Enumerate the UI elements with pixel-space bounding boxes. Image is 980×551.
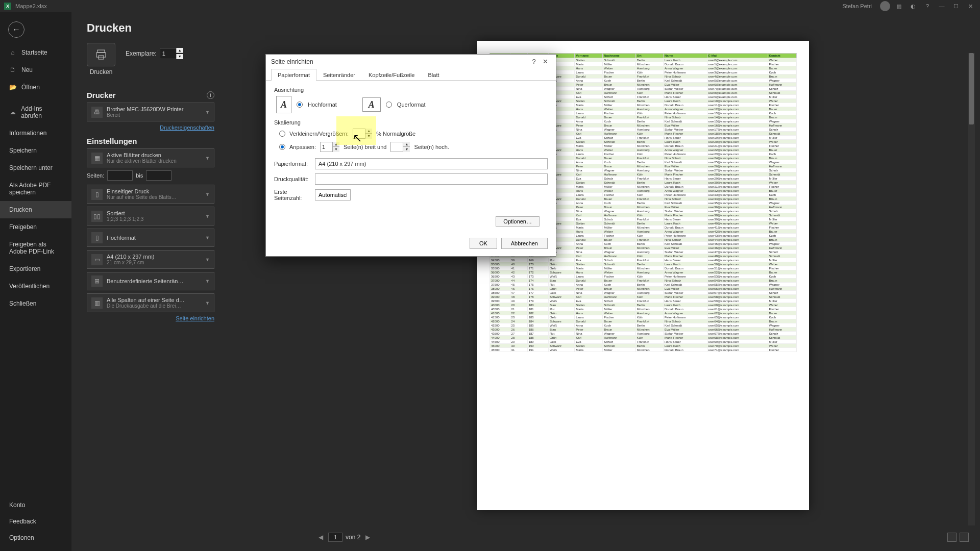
sidebar-item-startseite[interactable]: ⌂Startseite bbox=[0, 44, 71, 61]
combo-line1: Einseitiger Druck bbox=[107, 188, 201, 194]
sidebar-footer-optionen[interactable]: Optionen bbox=[0, 530, 71, 546]
dialog-tab-3[interactable]: Blatt bbox=[421, 69, 446, 81]
printer-properties-link[interactable]: Druckereigenschaften bbox=[87, 124, 214, 131]
sidebar-footer-feedback[interactable]: Feedback bbox=[0, 513, 71, 530]
table-row: 4250025185WeißAnnaKochBerlinKarl Schmidt… bbox=[490, 323, 797, 328]
combo-icon: ▦ bbox=[91, 153, 103, 164]
fit-tall-up[interactable]: ▲ bbox=[403, 142, 410, 147]
nav-label: Öffnen bbox=[21, 84, 40, 91]
coming-soon-icon[interactable]: ◐ bbox=[908, 3, 919, 10]
help-icon[interactable]: ? bbox=[922, 3, 933, 9]
table-row: 4100022182GrünHansWeberHamburgAnna Wagne… bbox=[490, 311, 797, 315]
combo-icon: ▥ bbox=[91, 297, 103, 309]
settings-combo-6[interactable]: ▥Alle Spalten auf einer Seite d…Die Druc… bbox=[87, 293, 214, 312]
print-button[interactable] bbox=[87, 43, 115, 66]
firstpage-label: Erste Seitenzahl: bbox=[274, 189, 311, 201]
landscape-radio[interactable] bbox=[386, 102, 392, 108]
combo-line2: Die Druckausgabe auf die Brei… bbox=[107, 303, 201, 309]
preview-tools bbox=[947, 533, 969, 542]
paper-select[interactable]: A4 (210 x 297 mm) bbox=[315, 158, 548, 169]
print-button-box: Drucken bbox=[87, 43, 115, 76]
back-button[interactable]: ← bbox=[8, 21, 24, 38]
page-setup-link[interactable]: Seite einrichten bbox=[87, 315, 214, 321]
nav-label: Als Adobe PDF speichern bbox=[9, 182, 62, 196]
nav-list: ⌂Startseite🗋Neu📂Öffnen☁Add-Ins abrufenIn… bbox=[0, 44, 71, 497]
page-current-input[interactable] bbox=[328, 533, 342, 542]
scale-fit-radio[interactable] bbox=[279, 144, 285, 150]
table-header: Name bbox=[664, 54, 707, 58]
preview-nav: ◀ von 2 ▶ bbox=[316, 533, 372, 542]
chevron-down-icon: ▼ bbox=[205, 279, 210, 284]
preview-scrollbar[interactable] bbox=[968, 53, 975, 525]
dialog-titlebar: Seite einrichten ? ✕ bbox=[266, 55, 556, 68]
sidebar-item-informationen[interactable]: Informationen bbox=[0, 124, 71, 142]
settings-combo-3[interactable]: ▯Hochformat▼ bbox=[87, 229, 214, 247]
settings-combo-5[interactable]: ⊞Benutzerdefinierte Seitenrän…▼ bbox=[87, 272, 214, 290]
scrollbar-thumb[interactable] bbox=[969, 53, 974, 124]
options-button[interactable]: Optionen… bbox=[496, 216, 540, 227]
dialog-help-button[interactable]: ? bbox=[528, 58, 540, 65]
chevron-down-icon: ▼ bbox=[205, 156, 210, 161]
nav-icon: 🗋 bbox=[9, 66, 16, 73]
zoom-page-button[interactable] bbox=[960, 533, 969, 542]
table-row: 4450029189GelbEvaSchulzFrankfurtHans Bau… bbox=[490, 340, 797, 344]
table-row: 3600042172SchwarzHansWeberHamburgAnna Wa… bbox=[490, 270, 797, 274]
sidebar-item-freigeben-als-adobe-pdf-link[interactable]: Freigeben als Adobe PDF-Link bbox=[0, 236, 71, 260]
fit-tall-down[interactable]: ▼ bbox=[403, 147, 410, 152]
sidebar-item-schlie-en[interactable]: Schließen bbox=[0, 295, 71, 312]
pages-to-input[interactable] bbox=[146, 170, 172, 181]
settings-combo-1[interactable]: ▯Einseitiger DruckNur auf eine Seite des… bbox=[87, 185, 214, 204]
ok-button[interactable]: OK bbox=[470, 238, 497, 249]
settings-combo-4[interactable]: ▭A4 (210 x 297 mm)21 cm x 29,7 cm▼ bbox=[87, 250, 214, 269]
dialog-tab-2[interactable]: Kopfzeile/Fußzeile bbox=[362, 69, 422, 81]
sidebar-item-neu[interactable]: 🗋Neu bbox=[0, 61, 71, 79]
fit-wide-up[interactable]: ▲ bbox=[332, 142, 339, 147]
scale-adjust-radio[interactable] bbox=[279, 131, 285, 137]
table-header: Vorname bbox=[575, 54, 603, 58]
fit-wide-down[interactable]: ▼ bbox=[332, 147, 339, 152]
sidebar-item-speichern-unter[interactable]: Speichern unter bbox=[0, 159, 71, 177]
back-button-wrap: ← bbox=[0, 12, 71, 44]
sidebar-item-speichern[interactable]: Speichern bbox=[0, 142, 71, 159]
combo-line2: 1;2;3 1;2;3 1;2;3 bbox=[107, 216, 201, 222]
show-margins-button[interactable] bbox=[947, 533, 957, 542]
copies-down[interactable]: ▼ bbox=[176, 54, 183, 59]
firstpage-input[interactable] bbox=[315, 189, 351, 201]
page-next-button[interactable]: ▶ bbox=[363, 534, 372, 541]
close-icon[interactable]: ✕ bbox=[965, 3, 976, 10]
avatar[interactable] bbox=[880, 1, 890, 11]
excel-icon: X bbox=[4, 3, 11, 10]
sidebar-item-add-ins-abrufen[interactable]: ☁Add-Ins abrufen bbox=[0, 100, 71, 124]
scale-down[interactable]: ▼ bbox=[365, 134, 372, 139]
nav-icon: ⌂ bbox=[9, 49, 16, 56]
file-name: Mappe2.xlsx bbox=[15, 3, 47, 9]
copies-up[interactable]: ▲ bbox=[176, 48, 183, 53]
minimize-icon[interactable]: — bbox=[936, 3, 947, 9]
portrait-radio[interactable] bbox=[297, 102, 303, 108]
scale-up[interactable]: ▲ bbox=[365, 129, 372, 134]
printer-info-icon[interactable]: i bbox=[207, 91, 214, 99]
title-bar: X Mappe2.xlsx Stefan Petri ▨ ◐ ? — ☐ ✕ bbox=[0, 0, 980, 12]
sidebar-footer-konto[interactable]: Konto bbox=[0, 497, 71, 513]
cancel-button[interactable]: Abbrechen bbox=[501, 238, 548, 249]
sidebar-item-ver-ffentlichen[interactable]: Veröffentlichen bbox=[0, 278, 71, 295]
dialog-close-button[interactable]: ✕ bbox=[540, 58, 551, 65]
page-prev-button[interactable]: ◀ bbox=[316, 534, 325, 541]
sidebar-item-freigeben[interactable]: Freigeben bbox=[0, 218, 71, 236]
table-row: 4300026186BlauPeterBraunMünchenEva Mülle… bbox=[490, 328, 797, 332]
sidebar-item-drucken[interactable]: Drucken bbox=[0, 201, 71, 218]
quality-select[interactable] bbox=[315, 173, 548, 185]
sidebar-item-exportieren[interactable]: Exportieren bbox=[0, 260, 71, 278]
ribbon-options-icon[interactable]: ▨ bbox=[893, 3, 904, 10]
dialog-tab-0[interactable]: Papierformat bbox=[271, 69, 316, 81]
sidebar-item-als-adobe-pdf-speichern[interactable]: Als Adobe PDF speichern bbox=[0, 177, 71, 201]
print-button-label: Drucken bbox=[87, 68, 115, 76]
settings-combo-2[interactable]: ▯▯Sortiert1;2;3 1;2;3 1;2;3▼ bbox=[87, 207, 214, 226]
maximize-icon[interactable]: ☐ bbox=[950, 3, 962, 10]
dialog-tab-1[interactable]: Seitenränder bbox=[316, 69, 362, 81]
sidebar-item--ffnen[interactable]: 📂Öffnen bbox=[0, 79, 71, 96]
printer-combo[interactable]: 🖶 Brother MFC-J5620DW Printer Bereit ▼ bbox=[87, 103, 214, 121]
table-header: E-Mail bbox=[707, 54, 768, 58]
pages-from-input[interactable] bbox=[107, 170, 133, 181]
settings-combo-0[interactable]: ▦Aktive Blätter druckenNur die aktiven B… bbox=[87, 148, 214, 167]
